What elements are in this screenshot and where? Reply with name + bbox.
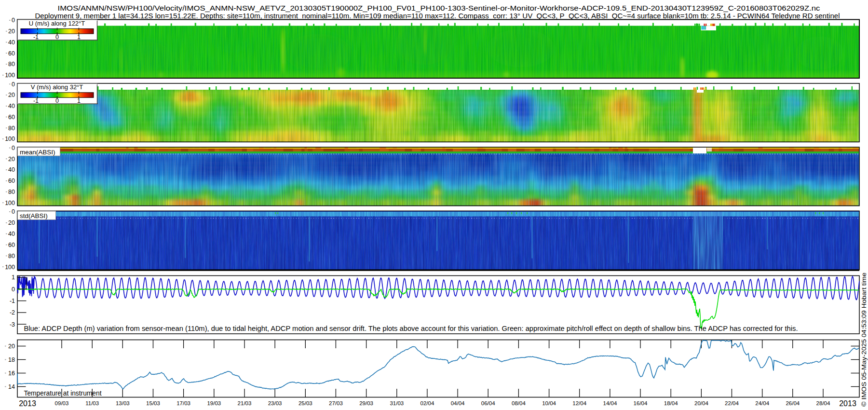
svg-text:80: 80	[8, 61, 15, 68]
svg-text:-1: -1	[33, 97, 39, 104]
svg-text:V (m/s) along 32°T: V (m/s) along 32°T	[31, 83, 83, 91]
svg-text:0: 0	[12, 17, 15, 24]
svg-text:16/04: 16/04	[634, 400, 648, 406]
svg-text:80: 80	[8, 253, 15, 260]
svg-text:Blue: ADCP Depth (m) variation: Blue: ADCP Depth (m) variation from sens…	[24, 325, 798, 332]
svg-text:-2: -2	[10, 309, 15, 316]
svg-text:40: 40	[8, 166, 15, 173]
svg-text:02/04: 02/04	[420, 400, 434, 406]
svg-text:80: 80	[8, 189, 15, 195]
svg-text:22/04: 22/04	[725, 400, 739, 406]
svg-text:std(ABSI): std(ABSI)	[20, 212, 48, 219]
svg-text:mean(ABSI): mean(ABSI)	[20, 149, 55, 156]
svg-text:60: 60	[8, 242, 15, 248]
svg-text:18: 18	[8, 356, 15, 363]
svg-text:40: 40	[8, 231, 15, 237]
svg-text:28/04: 28/04	[816, 400, 830, 406]
svg-text:14: 14	[8, 383, 15, 390]
svg-text:60: 60	[8, 178, 15, 184]
svg-text:1: 1	[77, 34, 81, 41]
svg-text:06/04: 06/04	[481, 400, 495, 406]
svg-text:100: 100	[5, 72, 15, 79]
svg-text:17/03: 17/03	[176, 400, 190, 406]
svg-text:19/03: 19/03	[207, 400, 221, 406]
svg-text:© IMOS 05-May-2025 04:53:09 Ho: © IMOS 05-May-2025 04:53:09 Hobart time	[861, 273, 868, 407]
svg-text:-1: -1	[10, 298, 15, 304]
svg-text:0: 0	[55, 97, 59, 104]
svg-text:15/03: 15/03	[146, 400, 160, 406]
svg-text:11/03: 11/03	[85, 400, 99, 406]
svg-text:31/03: 31/03	[390, 400, 404, 406]
svg-text:26/04: 26/04	[786, 400, 800, 406]
svg-text:0: 0	[12, 81, 15, 88]
svg-text:21/03: 21/03	[238, 400, 252, 406]
svg-text:100: 100	[5, 136, 15, 142]
svg-text:04/04: 04/04	[451, 400, 465, 406]
svg-text:20/04: 20/04	[694, 400, 708, 406]
svg-text:0: 0	[55, 34, 59, 41]
svg-text:20: 20	[8, 92, 15, 98]
svg-text:-1: -1	[33, 34, 39, 41]
svg-text:24/04: 24/04	[755, 400, 769, 406]
svg-text:0: 0	[12, 286, 15, 293]
svg-text:2013: 2013	[839, 399, 856, 408]
svg-text:-3: -3	[10, 321, 15, 328]
svg-text:40: 40	[8, 103, 15, 109]
svg-text:100: 100	[5, 264, 15, 271]
svg-text:16: 16	[8, 370, 15, 377]
svg-text:10/04: 10/04	[542, 400, 556, 406]
svg-text:13/03: 13/03	[116, 400, 130, 406]
svg-text:27/03: 27/03	[329, 400, 343, 406]
svg-text:60: 60	[8, 114, 15, 121]
svg-text:23/03: 23/03	[268, 400, 282, 406]
svg-text:0: 0	[12, 145, 15, 151]
svg-text:25/03: 25/03	[298, 400, 312, 406]
svg-text:60: 60	[8, 50, 15, 57]
svg-text:20: 20	[8, 219, 15, 226]
svg-text:100: 100	[5, 200, 15, 206]
svg-text:2013: 2013	[19, 399, 36, 408]
svg-text:09/03: 09/03	[55, 400, 69, 406]
svg-text:0: 0	[12, 208, 15, 215]
svg-text:Deployment 9, member 1 lat=34.: Deployment 9, member 1 lat=34.12S lon=15…	[35, 12, 840, 20]
svg-text:08/04: 08/04	[512, 400, 526, 406]
svg-text:29/03: 29/03	[359, 400, 373, 406]
svg-text:20: 20	[8, 343, 15, 350]
svg-text:20: 20	[8, 156, 15, 163]
svg-text:U (m/s) along 122°T: U (m/s) along 122°T	[29, 20, 85, 27]
svg-text:80: 80	[8, 125, 15, 132]
svg-text:IMOS/ANMN/NSW/PH100/Velocity/I: IMOS/ANMN/NSW/PH100/Velocity/IMOS_ANMN-N…	[58, 4, 820, 12]
svg-text:14/04: 14/04	[603, 400, 617, 406]
svg-text:1: 1	[77, 97, 81, 104]
svg-text:1: 1	[12, 274, 15, 281]
svg-text:20: 20	[8, 28, 15, 35]
svg-text:40: 40	[8, 39, 15, 46]
svg-text:12/04: 12/04	[572, 400, 586, 406]
svg-text:18/04: 18/04	[664, 400, 678, 406]
svg-text:Temperature at instrument: Temperature at instrument	[24, 390, 102, 397]
